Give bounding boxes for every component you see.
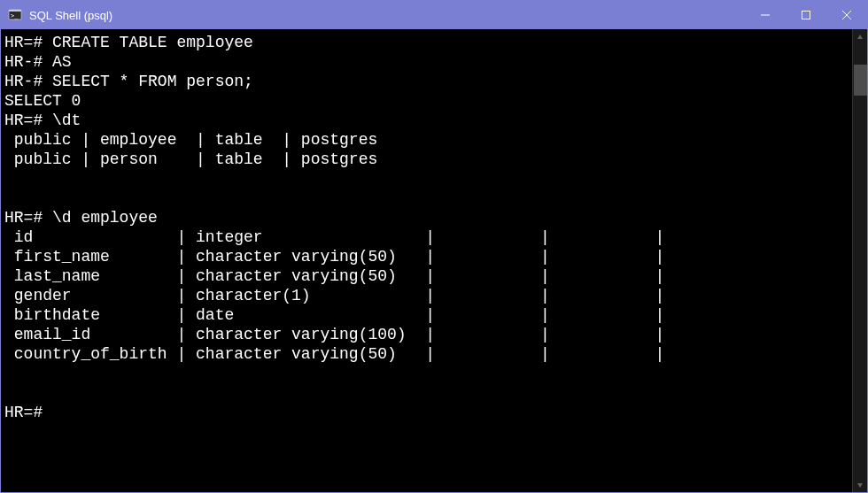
terminal-line [4,383,849,403]
table-row: public| person| table| postgres [4,150,849,169]
svg-marker-8 [857,483,863,488]
terminal-line [4,169,849,189]
vertical-scrollbar[interactable] [852,29,867,492]
terminal-line [4,364,849,383]
terminal-line: HR-# AS [4,52,849,72]
window-controls [745,1,867,29]
svg-text:>_: >_ [11,12,19,19]
app-window: >_ SQL Shell (psql) HR=# CREATE TABLE em… [0,0,868,493]
scroll-up-button[interactable] [853,29,867,44]
terminal-prompt: HR=# [4,403,849,422]
svg-marker-7 [857,35,863,39]
svg-rect-4 [802,12,810,19]
terminal-line: HR=# CREATE TABLE employee [4,33,849,52]
titlebar[interactable]: >_ SQL Shell (psql) [1,1,867,29]
table-row: gender| character(1)| | | [4,286,849,305]
app-icon: >_ [8,8,22,22]
table-row: email_id| character varying(100)| | | [4,325,849,344]
table-row: birthdate| date| | | [4,305,849,325]
scroll-thumb[interactable] [854,65,867,96]
minimize-button[interactable] [745,1,786,29]
terminal-line: HR=# \d employee [4,208,849,227]
terminal-line: HR=# \dt [4,111,849,130]
terminal-line: HR-# SELECT * FROM person; [4,72,849,91]
window-title: SQL Shell (psql) [29,9,745,22]
table-row: public| employee| table| postgres [4,130,849,150]
terminal-line: SELECT 0 [4,91,849,111]
table-row: id| integer| | | [4,227,849,247]
svg-rect-1 [9,10,21,12]
close-button[interactable] [826,1,867,29]
scroll-down-button[interactable] [853,477,867,492]
table-row: last_name| character varying(50)| | | [4,266,849,286]
table-row: country_of_birth| character varying(50)|… [4,344,849,364]
terminal-output[interactable]: HR=# CREATE TABLE employeeHR-# ASHR-# SE… [1,29,852,492]
content-wrapper: HR=# CREATE TABLE employeeHR-# ASHR-# SE… [1,29,867,492]
terminal-line [4,189,849,208]
maximize-button[interactable] [786,1,826,29]
table-row: first_name| character varying(50)| | | [4,247,849,266]
